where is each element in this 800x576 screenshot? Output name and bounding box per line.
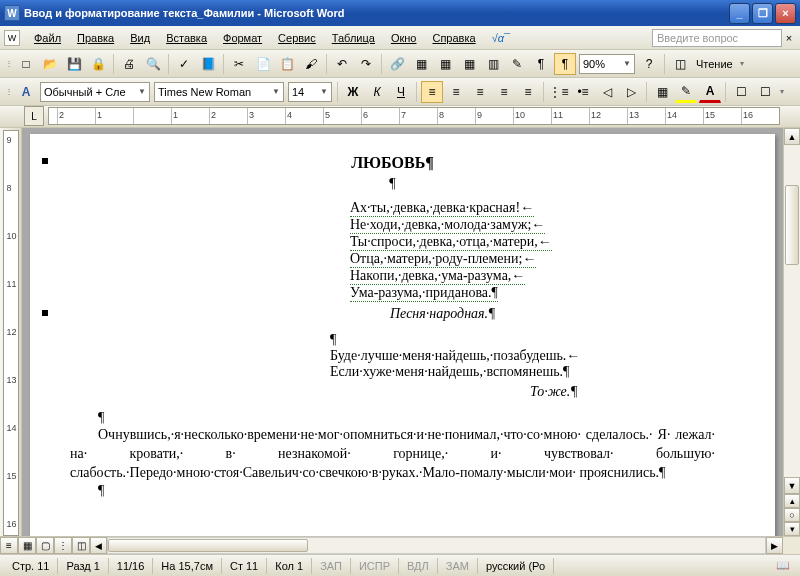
toolbar-handle[interactable]: ⋮ bbox=[4, 87, 14, 96]
window-title: Ввод и форматирование текста_Фамилии - M… bbox=[24, 7, 345, 19]
status-icon[interactable]: 📖 bbox=[770, 559, 796, 572]
line-spacing-button[interactable]: ≡ bbox=[517, 81, 539, 103]
extra2-button[interactable]: ☐ bbox=[754, 81, 776, 103]
menu-format[interactable]: Формат bbox=[215, 29, 270, 47]
horizontal-ruler[interactable]: 2112345678910111213141516 bbox=[48, 107, 780, 125]
research-button[interactable]: 📘 bbox=[197, 53, 219, 75]
close-button[interactable]: × bbox=[775, 3, 796, 24]
styles-pane-button[interactable]: A bbox=[15, 81, 37, 103]
spellcheck-button[interactable]: ✓ bbox=[173, 53, 195, 75]
horizontal-scrollbar[interactable]: ◀ ▶ bbox=[90, 537, 783, 554]
status-language[interactable]: русский (Ро bbox=[478, 558, 554, 574]
print-button[interactable]: 🖨 bbox=[118, 53, 140, 75]
align-left-button[interactable]: ≡ bbox=[421, 81, 443, 103]
menu-file[interactable]: Файл bbox=[26, 29, 69, 47]
insert-table-button[interactable]: ▦ bbox=[434, 53, 456, 75]
menu-close-icon[interactable]: × bbox=[782, 32, 796, 44]
redo-button[interactable]: ↷ bbox=[355, 53, 377, 75]
menu-help[interactable]: Справка bbox=[424, 29, 483, 47]
menu-math[interactable]: √α¯ bbox=[484, 29, 518, 47]
borders-button[interactable]: ▦ bbox=[651, 81, 673, 103]
menu-tools[interactable]: Сервис bbox=[270, 29, 324, 47]
tab-selector[interactable]: L bbox=[24, 106, 44, 126]
hyperlink-button[interactable]: 🔗 bbox=[386, 53, 408, 75]
print-view-button[interactable]: ▢ bbox=[36, 537, 54, 554]
align-center-button[interactable]: ≡ bbox=[445, 81, 467, 103]
copy-button[interactable]: 📄 bbox=[252, 53, 274, 75]
hscroll-thumb[interactable] bbox=[108, 539, 308, 552]
cut-button[interactable]: ✂ bbox=[228, 53, 250, 75]
word-doc-icon[interactable]: W bbox=[4, 30, 20, 46]
numbered-list-button[interactable]: ⋮≡ bbox=[548, 81, 570, 103]
increase-indent-button[interactable]: ▷ bbox=[620, 81, 642, 103]
scroll-down-button[interactable]: ▼ bbox=[784, 477, 800, 494]
menu-table[interactable]: Таблица bbox=[324, 29, 383, 47]
scroll-track[interactable] bbox=[784, 145, 800, 477]
align-right-button[interactable]: ≡ bbox=[469, 81, 491, 103]
web-view-button[interactable]: ▦ bbox=[18, 537, 36, 554]
menu-insert[interactable]: Вставка bbox=[158, 29, 215, 47]
font-color-button[interactable]: A bbox=[699, 81, 721, 103]
style-select[interactable]: Обычный + Сле▼ bbox=[40, 82, 150, 102]
permission-button[interactable]: 🔒 bbox=[87, 53, 109, 75]
scroll-left-button[interactable]: ◀ bbox=[90, 537, 107, 554]
ask-question-input[interactable]: Введите вопрос bbox=[652, 29, 782, 47]
excel-button[interactable]: ▦ bbox=[458, 53, 480, 75]
preview-button[interactable]: 🔍 bbox=[142, 53, 164, 75]
font-select[interactable]: Times New Roman▼ bbox=[154, 82, 284, 102]
scroll-right-button[interactable]: ▶ bbox=[766, 537, 783, 554]
italic-button[interactable]: К bbox=[366, 81, 388, 103]
paste-button[interactable]: 📋 bbox=[276, 53, 298, 75]
toolbar-overflow[interactable]: ▾ bbox=[737, 59, 747, 68]
scroll-thumb[interactable] bbox=[785, 185, 799, 265]
vertical-scrollbar[interactable]: ▲ ▼ ▴ ○ ▾ bbox=[783, 128, 800, 536]
underline-button[interactable]: Ч bbox=[390, 81, 412, 103]
docmap-button[interactable]: ¶ bbox=[530, 53, 552, 75]
new-button[interactable]: □ bbox=[15, 53, 37, 75]
show-marks-button[interactable]: ¶ bbox=[554, 53, 576, 75]
save-button[interactable]: 💾 bbox=[63, 53, 85, 75]
separator bbox=[543, 82, 544, 102]
toolbar-overflow[interactable]: ▾ bbox=[777, 87, 787, 96]
bulleted-list-button[interactable]: •≡ bbox=[572, 81, 594, 103]
reading-label[interactable]: Чтение bbox=[692, 58, 737, 70]
drawing-button[interactable]: ✎ bbox=[506, 53, 528, 75]
prev-page-button[interactable]: ▴ bbox=[784, 494, 800, 508]
open-button[interactable]: 📂 bbox=[39, 53, 61, 75]
highlight-button[interactable]: ✎ bbox=[675, 81, 697, 103]
browse-object-button[interactable]: ○ bbox=[784, 508, 800, 522]
bold-button[interactable]: Ж bbox=[342, 81, 364, 103]
reading-view-button[interactable]: ◫ bbox=[72, 537, 90, 554]
scroll-up-button[interactable]: ▲ bbox=[784, 128, 800, 145]
toolbar-handle[interactable]: ⋮ bbox=[4, 59, 14, 68]
reading-layout-icon[interactable]: ◫ bbox=[669, 53, 691, 75]
zoom-select[interactable]: 90%▼ bbox=[579, 54, 635, 74]
page[interactable]: ЛЮБОВЬ¶ ¶ Ах·ты,·девка,·девка·красная!← … bbox=[30, 134, 775, 536]
undo-button[interactable]: ↶ bbox=[331, 53, 353, 75]
outline-view-button[interactable]: ⋮ bbox=[54, 537, 72, 554]
extra1-button[interactable]: ☐ bbox=[730, 81, 752, 103]
decrease-indent-button[interactable]: ◁ bbox=[596, 81, 618, 103]
minimize-button[interactable]: _ bbox=[729, 3, 750, 24]
menu-view[interactable]: Вид bbox=[122, 29, 158, 47]
format-painter-button[interactable]: 🖌 bbox=[300, 53, 322, 75]
maximize-button[interactable]: ❐ bbox=[752, 3, 773, 24]
next-page-button[interactable]: ▾ bbox=[784, 522, 800, 536]
menu-window[interactable]: Окно bbox=[383, 29, 425, 47]
status-ext[interactable]: ВДЛ bbox=[399, 558, 438, 574]
columns-button[interactable]: ▥ bbox=[482, 53, 504, 75]
poem-line: Ума-разума,·приданова.¶ bbox=[350, 285, 498, 302]
vertical-ruler[interactable]: 9810111213141516 bbox=[3, 130, 19, 536]
normal-view-button[interactable]: ≡ bbox=[0, 537, 18, 554]
document-area[interactable]: ЛЮБОВЬ¶ ¶ Ах·ты,·девка,·девка·красная!← … bbox=[22, 128, 783, 536]
tables-borders-button[interactable]: ▦ bbox=[410, 53, 432, 75]
align-justify-button[interactable]: ≡ bbox=[493, 81, 515, 103]
menu-edit[interactable]: Правка bbox=[69, 29, 122, 47]
status-ovr[interactable]: ЗАМ bbox=[438, 558, 478, 574]
empty-paragraph: ¶ bbox=[70, 176, 715, 192]
status-rec[interactable]: ЗАП bbox=[312, 558, 351, 574]
size-select[interactable]: 14▼ bbox=[288, 82, 332, 102]
help-button[interactable]: ? bbox=[638, 53, 660, 75]
status-track[interactable]: ИСПР bbox=[351, 558, 399, 574]
hscroll-track[interactable] bbox=[107, 537, 766, 554]
